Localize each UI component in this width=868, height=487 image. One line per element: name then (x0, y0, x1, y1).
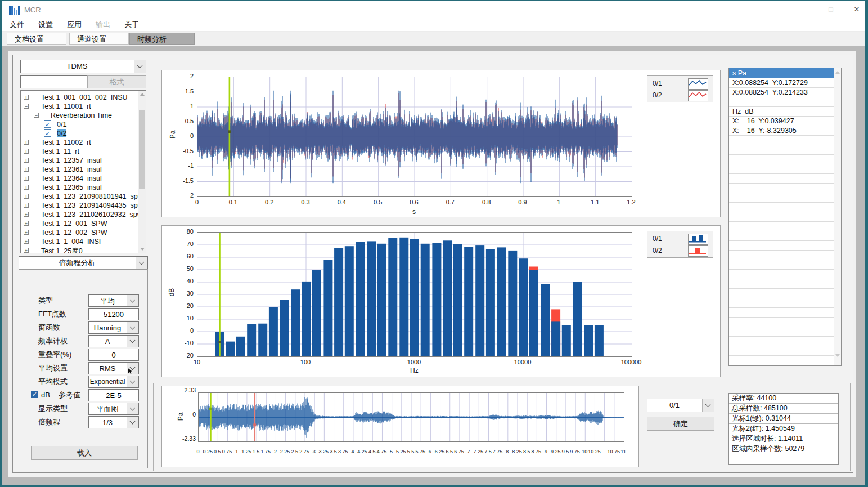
reference-input[interactable] (88, 389, 139, 401)
full-record-plot[interactable] (198, 392, 624, 442)
minimize-button[interactable]: — (792, 1, 818, 18)
tree-scrollbar[interactable] (138, 91, 146, 253)
tree-item[interactable]: ✓0/2 (21, 129, 138, 138)
menu-item-关于[interactable]: 关于 (118, 18, 145, 30)
expand-plus-icon[interactable]: + (24, 221, 29, 226)
type-select[interactable]: 平均 (88, 294, 139, 307)
tree-item[interactable]: +Test 1_12_002_SPW (21, 228, 138, 237)
readout-row[interactable] (729, 231, 834, 241)
average-mode-select[interactable]: Exponential (88, 376, 139, 388)
tree-item[interactable]: +Test 1_25度0 (21, 246, 138, 253)
readout-row[interactable] (729, 145, 834, 155)
readout-row[interactable] (729, 136, 834, 145)
expand-plus-icon[interactable]: + (24, 185, 29, 190)
octave-spectrum-plot[interactable] (197, 232, 632, 357)
chevron-down-icon[interactable] (127, 295, 138, 306)
expand-minus-icon[interactable]: − (34, 113, 39, 118)
tab-时频分析[interactable]: 时频分析 (129, 33, 195, 45)
legend-row-0-1[interactable]: 0/1 (647, 78, 713, 89)
expand-plus-icon[interactable]: + (24, 158, 29, 163)
expand-plus-icon[interactable]: + (24, 239, 29, 244)
tree-item[interactable]: +Test 1_12361_insul (21, 165, 138, 174)
record-channel-combo[interactable]: 0/1 (647, 399, 714, 412)
overlap-input[interactable] (88, 349, 139, 361)
expand-plus-icon[interactable]: + (24, 140, 29, 145)
tree-scrollbar-thumb[interactable] (139, 110, 145, 189)
analysis-type-combo[interactable]: 倍频程分析 (19, 256, 148, 270)
readout-row[interactable] (729, 164, 834, 174)
readout-row[interactable] (729, 184, 834, 193)
filter-input[interactable] (20, 75, 87, 88)
tree-item[interactable]: +Test 1_001_001_002_INSU (21, 93, 138, 102)
readout-row[interactable]: Hz dB (729, 107, 834, 117)
readout-row[interactable] (729, 298, 834, 308)
legend-row-0-2[interactable]: 0/2 (647, 245, 713, 256)
tree-item[interactable]: +Test 1_12364_insul (21, 174, 138, 183)
readout-row[interactable]: X:0.088254 Y:0.214233 (729, 88, 834, 97)
readout-header[interactable]: s Pa (729, 68, 834, 78)
tree-item[interactable]: +Test 1_12_001_SPW (21, 219, 138, 228)
chevron-down-icon[interactable] (134, 60, 146, 73)
legend-row-0-1[interactable]: 0/1 (647, 233, 713, 244)
readout-row[interactable] (729, 155, 834, 164)
expand-plus-icon[interactable]: + (24, 230, 29, 235)
chevron-down-icon[interactable] (127, 376, 138, 387)
readout-row[interactable] (729, 260, 834, 270)
db-checkbox[interactable]: ✓ (31, 391, 38, 398)
tree-item[interactable]: +Test 1_11002_rt (21, 138, 138, 147)
legend-row-0-2[interactable]: 0/2 (647, 90, 713, 101)
checkbox-icon[interactable]: ✓ (44, 129, 51, 137)
scroll-down-icon[interactable] (140, 248, 145, 251)
tree-item[interactable]: +Test 1_1_004_INSI (21, 237, 138, 246)
tree-item[interactable]: +Test 1_12357_insul (21, 156, 138, 165)
readout-row[interactable] (729, 193, 834, 203)
expand-plus-icon[interactable]: + (24, 248, 29, 253)
readout-row[interactable] (729, 289, 834, 298)
expand-plus-icon[interactable]: + (24, 149, 29, 154)
tree-item[interactable]: −Reverberation Time (21, 111, 138, 120)
format-button[interactable]: 格式 (87, 75, 146, 88)
octave-select[interactable]: 1/3 (88, 416, 139, 428)
readout-row[interactable] (729, 212, 834, 222)
expand-plus-icon[interactable]: + (24, 203, 29, 208)
tree-item[interactable]: +Test 1_12365_insul (21, 183, 138, 192)
expand-plus-icon[interactable]: + (24, 95, 29, 100)
chevron-down-icon[interactable] (127, 417, 138, 428)
fft-points-input[interactable] (88, 308, 139, 320)
readout-row[interactable] (729, 337, 834, 346)
readout-row[interactable] (729, 251, 834, 260)
chevron-down-icon[interactable] (136, 257, 147, 269)
scroll-up-icon[interactable] (835, 71, 840, 74)
readout-row[interactable]: X:0.088254 Y:0.172729 (729, 78, 834, 88)
file-format-combo[interactable]: TDMS (20, 60, 146, 73)
readout-row[interactable] (729, 308, 834, 318)
readout-row[interactable] (729, 270, 834, 279)
readout-row[interactable]: X: 16 Y:0.039427 (729, 117, 834, 126)
readout-row[interactable] (729, 327, 834, 337)
expand-minus-icon[interactable]: − (24, 104, 29, 109)
tree-item[interactable]: −Test 1_11001_rt (21, 102, 138, 111)
window-function-select[interactable]: Hanning (88, 321, 139, 334)
readout-row[interactable] (729, 241, 834, 251)
scroll-up-icon[interactable] (140, 93, 145, 96)
checkbox-icon[interactable]: ✓ (44, 120, 51, 128)
readout-row[interactable] (729, 222, 834, 231)
readout-row[interactable]: X: 16 Y:-8.329305 (729, 126, 834, 136)
menu-item-应用[interactable]: 应用 (61, 18, 88, 30)
readout-row[interactable] (729, 174, 834, 184)
chevron-down-icon[interactable] (127, 322, 138, 333)
expand-plus-icon[interactable]: + (24, 194, 29, 199)
scroll-down-icon[interactable] (835, 354, 840, 357)
frequency-weighting-select[interactable]: A (88, 335, 139, 347)
tree-item[interactable]: +Test 1_123_210908101941_spw (21, 192, 138, 201)
menu-item-文件[interactable]: 文件 (3, 18, 30, 30)
chevron-down-icon[interactable] (127, 336, 138, 347)
tree-item[interactable]: +Test 1_123_211026102932_spw (21, 210, 138, 219)
maximize-button[interactable]: □ (818, 1, 844, 18)
readout-row[interactable] (729, 346, 834, 356)
confirm-button[interactable]: 确定 (647, 417, 714, 431)
file-tree[interactable]: +Test 1_001_001_002_INSU−Test 1_11001_rt… (20, 90, 146, 253)
time-waveform-plot[interactable] (197, 77, 632, 197)
tree-item[interactable]: ✓0/1 (21, 120, 138, 129)
expand-plus-icon[interactable]: + (24, 212, 29, 217)
